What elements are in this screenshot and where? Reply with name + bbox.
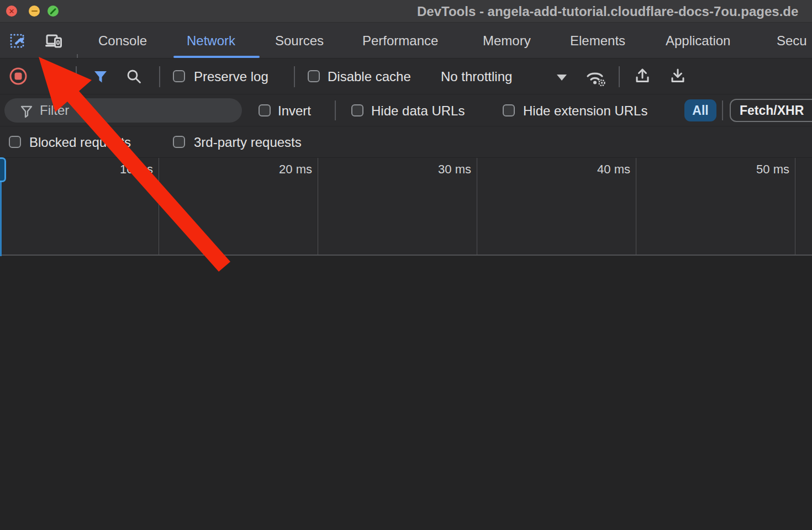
wifi-gear-icon <box>583 66 609 88</box>
filter-field[interactable] <box>4 98 242 123</box>
clear-network-log-icon <box>49 72 66 88</box>
titlebar: ✕ DevTools - angela-add-tutorial.cloudfl… <box>0 0 812 22</box>
filter-funnel-outline-icon <box>19 103 34 119</box>
timeline-tick-label: 10 ms <box>92 162 153 177</box>
search-icon <box>125 67 144 86</box>
close-icon: ✕ <box>6 6 17 17</box>
toggle-device-toolbar-button[interactable] <box>43 30 65 52</box>
zoom-window-button[interactable] <box>48 6 59 17</box>
record-stop-icon <box>9 67 28 86</box>
tab-elements[interactable]: Elements <box>570 23 625 59</box>
hide-extension-urls-label: Hide extension URLs <box>523 94 647 126</box>
timeline-tick-label: 40 ms <box>570 162 630 177</box>
minimize-window-button[interactable] <box>29 6 40 17</box>
filter-toggle-button[interactable] <box>91 67 110 86</box>
timeline-gridline <box>636 158 636 255</box>
download-icon <box>668 66 688 86</box>
timeline-tick-label: 50 ms <box>729 162 789 177</box>
request-filters-row: Blocked requests 3rd-party requests <box>0 126 812 157</box>
close-window-button[interactable]: ✕ <box>6 6 17 17</box>
import-har-button[interactable] <box>632 66 652 86</box>
timeline-gridline <box>795 158 795 255</box>
network-filter-bar: Invert Hide data URLs Hide extension URL… <box>0 94 812 126</box>
devtools-tabbar: Console Network Sources Performance Memo… <box>0 22 812 58</box>
timeline-tick-label: 30 ms <box>410 162 471 177</box>
network-overview-timeline[interactable]: 10 ms 20 ms 30 ms 40 ms 50 ms <box>0 157 812 256</box>
hide-data-urls-checkbox[interactable] <box>351 104 363 116</box>
toolbar-divider <box>76 66 77 87</box>
network-conditions-button[interactable] <box>583 66 609 88</box>
preserve-log-label: Preserve log <box>194 59 268 94</box>
disable-cache-checkbox[interactable] <box>308 70 320 82</box>
tab-memory[interactable]: Memory <box>483 23 531 59</box>
hide-data-urls-label: Hide data URLs <box>371 94 465 126</box>
toolbar-divider <box>294 66 295 87</box>
device-toolbar-icon <box>43 30 65 52</box>
disable-cache-label: Disable cache <box>328 59 411 94</box>
invert-label: Invert <box>278 94 311 126</box>
export-har-button[interactable] <box>668 66 688 86</box>
request-type-fetch-xhr-button[interactable]: Fetch/XHR <box>730 99 812 122</box>
overview-drag-handle[interactable] <box>0 157 6 182</box>
timeline-gridline <box>477 158 477 255</box>
tab-security[interactable]: Secu <box>777 23 807 59</box>
throttling-select[interactable]: No throttling <box>441 59 512 94</box>
filter-funnel-icon <box>91 67 110 86</box>
request-type-all-button[interactable]: All <box>684 99 716 121</box>
filter-divider <box>722 100 723 120</box>
toolbar-divider <box>159 66 160 87</box>
preserve-log-checkbox[interactable] <box>173 70 185 82</box>
chevron-down-icon[interactable] <box>557 75 567 81</box>
third-party-requests-label: 3rd-party requests <box>194 126 302 158</box>
record-network-log-button[interactable] <box>9 67 28 86</box>
tab-console[interactable]: Console <box>98 23 147 59</box>
inspect-cursor-icon <box>7 30 29 52</box>
blocked-requests-checkbox[interactable] <box>9 136 21 148</box>
devtools-window: ✕ DevTools - angela-add-tutorial.cloudfl… <box>0 0 812 530</box>
tab-network[interactable]: Network <box>187 23 235 59</box>
timeline-gridline <box>159 158 159 255</box>
network-log-empty-panel: Recordi Perform a request <box>0 257 812 530</box>
invert-checkbox[interactable] <box>259 104 271 116</box>
filter-input[interactable] <box>39 98 232 123</box>
window-title: DevTools - angela-add-tutorial.cloudflar… <box>417 0 798 22</box>
search-button[interactable] <box>125 67 144 86</box>
tab-sources[interactable]: Sources <box>275 23 324 59</box>
network-toolbar: Preserve log Disable cache No throttling <box>0 58 812 94</box>
toolbar-divider <box>619 66 620 87</box>
clear-network-log-button[interactable] <box>49 72 66 88</box>
upload-icon <box>632 66 652 86</box>
tab-application[interactable]: Application <box>666 23 730 59</box>
blocked-requests-label: Blocked requests <box>29 126 131 158</box>
tab-performance[interactable]: Performance <box>362 23 438 59</box>
timeline-gridline <box>318 158 318 255</box>
minimize-icon <box>31 10 38 12</box>
inspect-element-button[interactable] <box>7 30 29 52</box>
timeline-tick-label: 20 ms <box>251 162 312 177</box>
hide-extension-urls-checkbox[interactable] <box>503 104 515 116</box>
third-party-requests-checkbox[interactable] <box>173 136 185 148</box>
filter-divider <box>335 100 336 120</box>
zoom-blocked-icon <box>50 8 56 14</box>
